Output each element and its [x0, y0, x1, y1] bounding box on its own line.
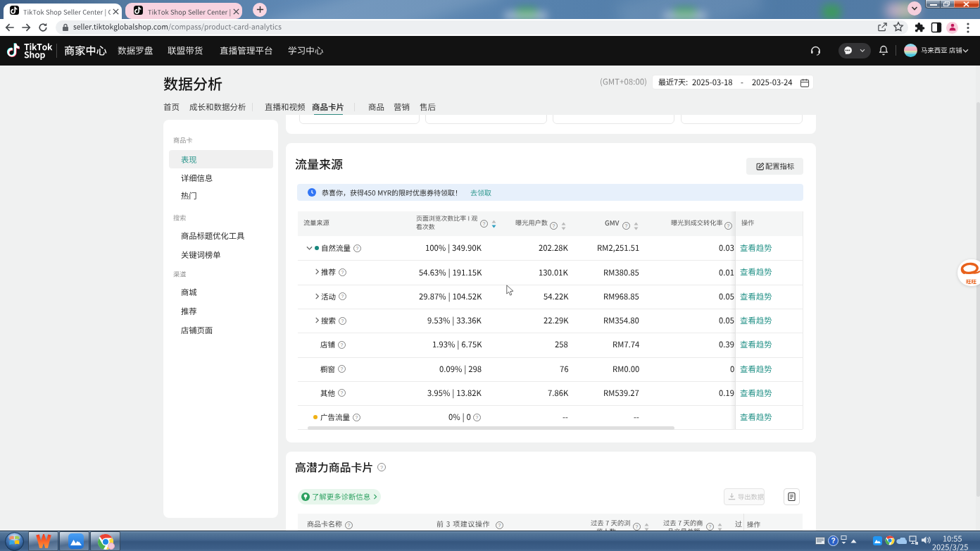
- svg-text:?: ?: [483, 221, 486, 226]
- svg-text:?: ?: [356, 415, 358, 420]
- svg-text:?: ?: [498, 523, 501, 528]
- svg-text:?: ?: [341, 318, 344, 323]
- svg-text:?: ?: [709, 524, 712, 529]
- svg-text:?: ?: [341, 270, 344, 275]
- svg-text:?: ?: [380, 464, 383, 471]
- svg-text:?: ?: [625, 223, 628, 228]
- svg-text:?: ?: [341, 342, 344, 347]
- svg-text:?: ?: [356, 246, 359, 251]
- svg-text:?: ?: [341, 391, 344, 396]
- svg-text:?: ?: [341, 294, 344, 299]
- svg-text:?: ?: [636, 524, 639, 529]
- svg-text:?: ?: [476, 415, 479, 420]
- svg-text:?: ?: [348, 523, 351, 528]
- svg-text:?: ?: [341, 366, 344, 371]
- svg-text:?: ?: [553, 223, 555, 228]
- svg-text:?: ?: [727, 223, 730, 228]
- svg-text:?: ?: [831, 537, 835, 545]
